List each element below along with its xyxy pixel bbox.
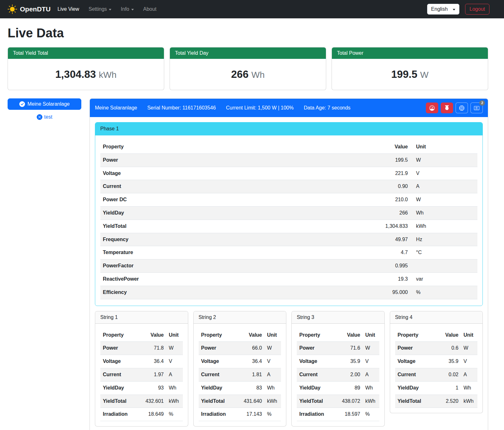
phase-table: Property Value Unit Power199.5WVoltage22… — [100, 140, 477, 299]
property-cell: Voltage — [100, 355, 143, 368]
string-card-body: Property Value Unit Power0.6WVoltage35.9… — [390, 324, 483, 413]
limit-settings-button[interactable] — [426, 103, 438, 113]
table-row: Voltage35.9V — [297, 355, 379, 368]
value-cell: 266 — [357, 206, 410, 220]
main-container: Live Data Total Yield Total 1,304.83 kWh… — [0, 18, 504, 430]
property-cell: Irradiation — [297, 408, 339, 421]
unit-cell: % — [363, 408, 379, 421]
property-cell: Voltage — [395, 355, 438, 368]
unit-cell: W — [264, 342, 281, 355]
value-cell: 66.0 — [241, 342, 264, 355]
value-cell: 2.00 — [339, 368, 363, 381]
power-toggle-button[interactable] — [441, 103, 453, 113]
value-cell: 1,304.833 — [357, 220, 410, 233]
string-card-3: String 3 Property Value Unit — [291, 311, 385, 427]
summary-card-title: Total Yield Total — [8, 47, 164, 59]
chevron-down-icon — [131, 9, 134, 10]
value-cell: 71.8 — [143, 342, 166, 355]
table-row: Power71.6W — [297, 342, 379, 355]
inverter-offline-item[interactable]: test — [8, 114, 81, 120]
nav-about[interactable]: About — [143, 6, 157, 12]
device-info-button[interactable] — [456, 103, 468, 113]
unit-cell: °C — [410, 246, 477, 259]
value-cell: 35.9 — [438, 355, 461, 368]
table-row: Temperature4.7°C — [100, 246, 477, 259]
unit-cell: kWh — [461, 395, 477, 408]
string-table: Property Value Unit Power66.0WVoltage36.… — [199, 329, 281, 421]
value-cell: 49.97 — [357, 233, 410, 246]
property-cell: YieldTotal — [100, 395, 143, 408]
table-row: YieldTotal438.072kWh — [297, 395, 379, 408]
property-cell: Current — [199, 368, 241, 381]
string-card-body: Property Value Unit Power71.8WVoltage36.… — [95, 324, 188, 427]
col-value: Value — [357, 140, 410, 153]
property-cell: Efficiency — [100, 286, 357, 299]
property-cell: YieldDay — [395, 381, 438, 395]
table-row: Irradiation17.143% — [199, 408, 281, 421]
value-cell: 18.597 — [339, 408, 363, 421]
summary-card-unit: W — [420, 70, 428, 80]
unit-cell: V — [363, 355, 379, 368]
col-unit: Unit — [410, 140, 477, 153]
table-row: Efficiency95.000% — [100, 286, 477, 299]
unit-cell: kWh — [363, 395, 379, 408]
phase-card: Phase 1 Property Value Unit Power199.5WV… — [95, 122, 483, 306]
value-cell: 199.5 — [357, 153, 410, 167]
value-cell: 1.97 — [143, 368, 166, 381]
summary-card-title: Total Yield Day — [170, 47, 326, 59]
table-row: YieldTotal431.640kWh — [199, 395, 281, 408]
summary-card-body: 266 Wh — [170, 59, 326, 90]
value-cell: 432.601 — [143, 395, 166, 408]
logout-button[interactable]: Logout — [465, 4, 489, 15]
string-card-title: String 4 — [390, 311, 483, 324]
unit-cell: V — [410, 167, 477, 180]
table-row: Power66.0W — [199, 342, 281, 355]
property-cell: YieldDay — [100, 381, 143, 395]
col-unit: Unit — [363, 329, 379, 342]
col-property: Property — [199, 329, 241, 342]
unit-cell: Hz — [410, 233, 477, 246]
col-value: Value — [339, 329, 363, 342]
cpu-icon — [459, 105, 464, 111]
table-row: Frequency49.97Hz — [100, 233, 477, 246]
table-row: Current1.97A — [100, 368, 183, 381]
property-cell: Irradiation — [100, 408, 143, 421]
nav-right: English Logout — [427, 4, 489, 15]
col-property: Property — [297, 329, 339, 342]
table-header-row: Property Value Unit — [297, 329, 379, 342]
col-value: Value — [438, 329, 461, 342]
inverter-data-age: Data Age: 7 seconds — [304, 105, 351, 111]
value-cell: 0.90 — [357, 180, 410, 193]
table-row: YieldDay1Wh — [395, 381, 478, 395]
property-cell: YieldTotal — [199, 395, 241, 408]
string-card-title: String 3 — [292, 311, 384, 324]
unit-cell: % — [166, 408, 183, 421]
property-cell: YieldTotal — [100, 220, 357, 233]
sun-logo-icon — [8, 4, 17, 14]
property-cell: Voltage — [297, 355, 339, 368]
nav-info[interactable]: Info — [121, 6, 134, 12]
property-cell: YieldDay — [199, 381, 241, 395]
nav-settings[interactable]: Settings — [89, 6, 111, 12]
table-row: PowerFactor0.995 — [100, 259, 477, 273]
col-value: Value — [143, 329, 166, 342]
nav-live-view[interactable]: Live View — [58, 6, 79, 12]
table-row: YieldDay83Wh — [199, 381, 281, 395]
inverter-offline-label: test — [44, 114, 53, 120]
property-cell: Current — [395, 368, 438, 381]
language-select[interactable]: English — [427, 4, 459, 15]
strings-row: String 1 Property Value Unit — [95, 311, 483, 427]
property-cell: Temperature — [100, 246, 357, 259]
unit-cell: Wh — [264, 381, 281, 395]
unit-cell: A — [363, 368, 379, 381]
brand[interactable]: OpenDTU — [8, 4, 51, 14]
col-property: Property — [395, 329, 438, 342]
inverter-select-button[interactable]: Meine Solaranlage — [8, 98, 81, 110]
chevron-down-icon — [109, 9, 111, 10]
event-log-button[interactable]: 2 — [470, 103, 483, 113]
string-table: Property Value Unit Power71.6WVoltage35.… — [297, 329, 379, 421]
value-cell: 95.000 — [357, 286, 410, 299]
string-card-title: String 2 — [194, 311, 286, 324]
summary-card-total-yield-total: Total Yield Total 1,304.83 kWh — [8, 47, 164, 90]
table-row: Power199.5W — [100, 153, 477, 167]
